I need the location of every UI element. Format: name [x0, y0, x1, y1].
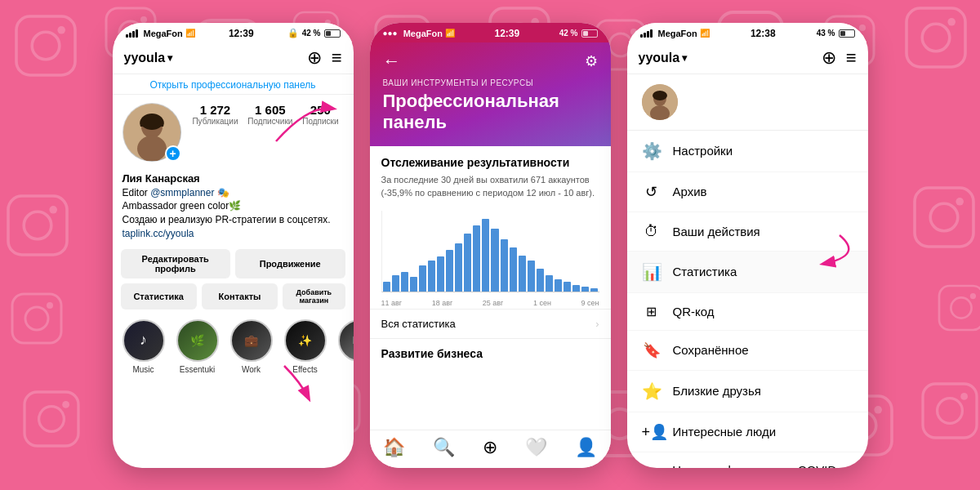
nav-add-icon[interactable]: ⊕ [483, 437, 497, 458]
p2-wifi: 📶 [445, 29, 455, 38]
add-story-button[interactable]: + [165, 145, 181, 162]
posts-count: 1 272 [200, 103, 231, 117]
story-music[interactable]: ♪ Music [121, 319, 167, 374]
username-row[interactable]: yyoula ▾ [124, 51, 173, 65]
settings-label: Настройки [673, 144, 733, 158]
svg-point-5 [137, 136, 167, 161]
bio-line3: Создаю и реализую PR-стратегии в соцсетя… [122, 213, 344, 227]
story-do-icon: Do [353, 335, 354, 346]
all-stats-row[interactable]: Вся статистика › [370, 309, 611, 338]
bio-link[interactable]: taplink.cc/yyoula [122, 227, 344, 241]
menu-profile-row[interactable] [627, 74, 868, 131]
phones-container: MegaFon 📶 12:39 🔒 42 % yyoula ▾ [0, 0, 980, 490]
menu-item-covid[interactable]: ℹ️ Центр информации о COVID-19 [627, 452, 868, 468]
menu-item-settings[interactable]: ⚙️ Настройки [627, 131, 868, 172]
signal-bar4 [136, 29, 138, 38]
battery-icon [324, 29, 341, 38]
story-effects[interactable]: ✨ Effects [283, 319, 328, 374]
bio-line2: Ambassador green color🌿 [122, 199, 344, 213]
add-post-icon[interactable]: ⊕ [307, 47, 322, 69]
phone1-header: yyoula ▾ ⊕ ≡ [113, 42, 354, 74]
nav-home-icon[interactable]: 🏠 [383, 437, 405, 458]
bar-13 [491, 229, 498, 292]
p3-battery-icon [839, 29, 855, 38]
panel-title: Профессиональнаяпанель [383, 91, 598, 134]
biz-section-title: Развитие бизнеса [370, 338, 611, 363]
p3-status-left: MegaFon 📶 [640, 29, 710, 38]
edit-profile-button[interactable]: Редактировать профиль [121, 249, 231, 278]
bio-name: Лия Канарская [122, 172, 344, 186]
bar-3 [401, 272, 408, 292]
panel-subtitle: ВАШИ ИНСТРУМЕНТЫ И РЕСУРСЫ [383, 78, 598, 87]
story-essentuki[interactable]: 🌿 Essentuki [175, 319, 220, 374]
phone2-status-bar: ●●● MegaFon 📶 12:39 42 % [370, 23, 611, 42]
story-do[interactable]: Do Do [336, 319, 354, 374]
stats-menu-icon: 📊 [642, 262, 662, 282]
activity-icon: ⏱ [642, 223, 662, 240]
settings-button[interactable]: ⚙ [585, 52, 598, 70]
promote-button[interactable]: Продвижение [235, 249, 345, 278]
bar-16 [519, 256, 526, 292]
p3-menu-icon[interactable]: ≡ [846, 47, 857, 69]
back-button[interactable]: ← [383, 51, 401, 72]
p3-add-icon[interactable]: ⊕ [822, 47, 836, 69]
bar-18 [537, 269, 544, 292]
story-work[interactable]: 💼 Work [229, 319, 274, 374]
story-effects-label: Effects [283, 365, 328, 374]
nav-profile-icon[interactable]: 👤 [575, 437, 597, 458]
p3-signal-bar3 [647, 31, 649, 38]
contacts-button[interactable]: Контакты [202, 283, 278, 310]
p3-username-row[interactable]: yyoula ▾ [639, 51, 688, 65]
bar-20 [555, 279, 562, 292]
battery-label: 42 % [302, 29, 321, 38]
avatar-wrap: + [122, 103, 181, 162]
story-circle-do: Do [338, 319, 354, 362]
menu-item-saved[interactable]: 🔖 Сохранённое [627, 331, 868, 371]
followers-stat[interactable]: 1 605 Подписчики [247, 103, 292, 126]
following-label: Подписки [302, 117, 338, 126]
carrier-label: MegaFon [144, 29, 183, 38]
bar-9 [455, 243, 462, 292]
following-stat[interactable]: 250 Подписки [302, 103, 338, 126]
story-music-label: Music [121, 365, 167, 374]
tracking-title: Отслеживание результативности [370, 146, 611, 174]
menu-item-activity[interactable]: ⏱ Ваши действия [627, 212, 868, 252]
bar-6 [428, 261, 435, 292]
bar-5 [419, 265, 426, 292]
phone3-wrapper: MegaFon 📶 12:38 43 % yyoula ▾ [627, 23, 868, 468]
chart-labels: 11 авг 18 авг 25 авг 1 сен 9 сен [370, 297, 611, 309]
posts-label: Публикации [192, 117, 238, 126]
bar-11 [473, 225, 480, 292]
story-work-icon: 💼 [244, 334, 258, 347]
stats-button[interactable]: Статистика [121, 283, 197, 310]
p2-status-right: 42 % [559, 29, 598, 38]
bar-17 [528, 261, 535, 292]
menu-item-discover[interactable]: +👤 Интересные люди [627, 412, 868, 452]
phone1-wrapper: MegaFon 📶 12:39 🔒 42 % yyoula ▾ [113, 23, 354, 468]
p3-signal-bar4 [650, 29, 653, 38]
chart-label-1: 11 авг [381, 299, 403, 307]
p3-status-right: 43 % [817, 29, 855, 38]
following-count: 250 [310, 103, 331, 117]
menu-item-qr[interactable]: ⊞ QR-код [627, 293, 868, 331]
discover-icon: +👤 [642, 423, 662, 441]
posts-stat[interactable]: 1 272 Публикации [192, 103, 238, 126]
bar-7 [437, 256, 444, 292]
chart-label-4: 1 сен [533, 299, 551, 307]
stats-columns: 1 272 Публикации 1 605 Подписчики 250 По… [188, 103, 344, 126]
stats-menu-label: Статистика [673, 265, 737, 278]
discover-label: Интересные люди [673, 425, 777, 439]
professional-link[interactable]: Открыть профессиональную панель [113, 74, 354, 95]
menu-item-close-friends[interactable]: ⭐ Близкие друзья [627, 371, 868, 412]
qr-label: QR-код [673, 305, 715, 318]
menu-item-stats[interactable]: 📊 Статистика [627, 252, 868, 293]
nav-search-icon[interactable]: 🔍 [433, 437, 455, 458]
p3-username: yyoula [639, 51, 680, 65]
menu-item-archive[interactable]: ↺ Архив [627, 172, 868, 212]
battery-fill [326, 31, 332, 36]
story-effects-icon: ✨ [298, 334, 312, 347]
menu-hamburger-icon[interactable]: ≡ [332, 47, 342, 69]
add-shop-button[interactable]: Добавить магазин [283, 283, 345, 310]
nav-heart-icon[interactable]: 🤍 [525, 437, 547, 458]
followers-count: 1 605 [255, 103, 286, 117]
